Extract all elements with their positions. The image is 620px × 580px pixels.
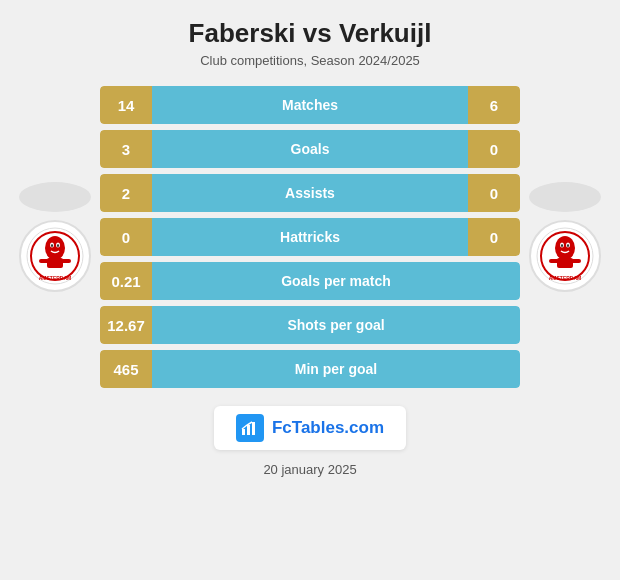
svg-rect-5 <box>39 259 49 263</box>
svg-point-10 <box>51 244 53 247</box>
stat-hattricks-right-val: 0 <box>468 218 520 256</box>
stat-row-assists: 2 Assists 0 <box>100 174 520 212</box>
ajax-logo-left: AMSTERDAM <box>25 226 85 286</box>
stat-gpm-label: Goals per match <box>152 262 520 300</box>
svg-point-22 <box>561 244 563 247</box>
stat-assists-label: Assists <box>152 174 468 212</box>
stat-gpm-val: 0.21 <box>100 262 152 300</box>
stat-row-hattricks: 0 Hattricks 0 <box>100 218 520 256</box>
date-label: 20 january 2025 <box>263 462 356 477</box>
left-oval-decoration <box>19 182 91 212</box>
branding-area: FcTables.com <box>214 406 406 450</box>
right-team-badge: AMSTERDAM <box>529 220 601 292</box>
stat-mpg-val: 465 <box>100 350 152 388</box>
svg-text:AMSTERDAM: AMSTERDAM <box>549 275 582 281</box>
svg-rect-26 <box>252 422 255 435</box>
svg-point-11 <box>57 244 59 247</box>
stat-row-goals: 3 Goals 0 <box>100 130 520 168</box>
stat-hattricks-label: Hattricks <box>152 218 468 256</box>
stat-spg-label: Shots per goal <box>152 306 520 344</box>
stat-matches-right-val: 6 <box>468 86 520 124</box>
ajax-logo-right: AMSTERDAM <box>535 226 595 286</box>
stat-matches-left-val: 14 <box>100 86 152 124</box>
stat-mpg-label: Min per goal <box>152 350 520 388</box>
stat-row-shots-per-goal: 12.67 Shots per goal <box>100 306 520 344</box>
stats-area: 14 Matches 6 3 Goals 0 2 Assists 0 0 Hat… <box>100 86 520 388</box>
stat-row-goals-per-match: 0.21 Goals per match <box>100 262 520 300</box>
stat-assists-right-val: 0 <box>468 174 520 212</box>
svg-rect-25 <box>247 425 250 435</box>
right-team-logo-area: AMSTERDAM <box>520 182 610 292</box>
svg-rect-17 <box>549 259 559 263</box>
stat-goals-left-val: 3 <box>100 130 152 168</box>
stat-row-matches: 14 Matches 6 <box>100 86 520 124</box>
stat-row-min-per-goal: 465 Min per goal <box>100 350 520 388</box>
page-title: Faberski vs Verkuijl <box>189 18 432 49</box>
svg-point-23 <box>567 244 569 247</box>
left-team-logo-area: AMSTERDAM <box>10 182 100 292</box>
main-comparison-area: AMSTERDAM 14 Matches 6 3 Goals 0 2 A <box>10 86 610 388</box>
branding-icon <box>236 414 264 442</box>
svg-rect-6 <box>61 259 71 263</box>
right-oval-decoration <box>529 182 601 212</box>
svg-rect-18 <box>571 259 581 263</box>
left-team-badge: AMSTERDAM <box>19 220 91 292</box>
chart-icon <box>241 419 259 437</box>
stat-spg-val: 12.67 <box>100 306 152 344</box>
svg-rect-4 <box>47 258 63 268</box>
stat-hattricks-left-val: 0 <box>100 218 152 256</box>
branding-text: FcTables.com <box>272 418 384 438</box>
svg-rect-16 <box>557 258 573 268</box>
page-subtitle: Club competitions, Season 2024/2025 <box>200 53 420 68</box>
svg-text:AMSTERDAM: AMSTERDAM <box>39 275 72 281</box>
stat-goals-label: Goals <box>152 130 468 168</box>
stat-goals-right-val: 0 <box>468 130 520 168</box>
stat-assists-left-val: 2 <box>100 174 152 212</box>
stat-matches-label: Matches <box>152 86 468 124</box>
svg-rect-24 <box>242 429 245 435</box>
